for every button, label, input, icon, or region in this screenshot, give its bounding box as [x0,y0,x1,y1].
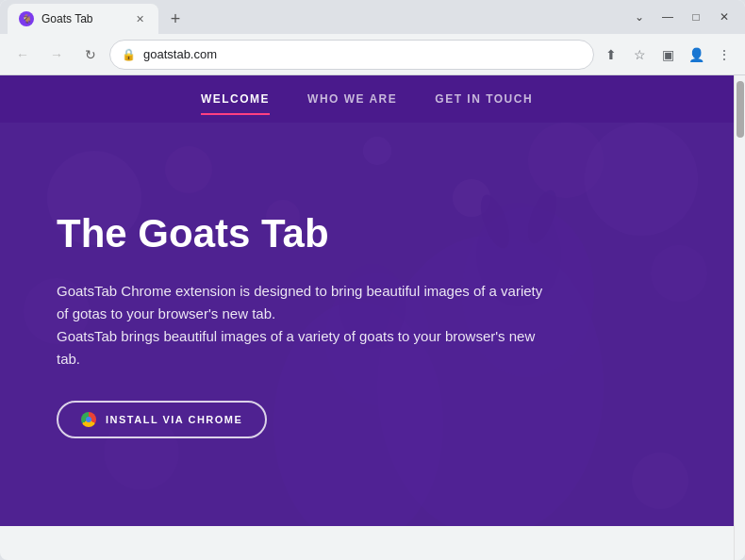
tab-close-button[interactable]: ✕ [132,11,147,26]
address-bar[interactable]: 🔒 goatstab.com [109,40,594,70]
toolbar: ← → ↻ 🔒 goatstab.com ⬆ ☆ ▣ 👤 ⋮ [0,34,745,75]
window-controls: ⌄ — □ ✕ [626,4,737,30]
chrome-icon [81,412,96,427]
hero-section: The Goats Tab GoatsTab Chrome extension … [0,123,734,526]
tab-title: Goats Tab [41,12,124,25]
hero-title: The Goats Tab [57,210,547,257]
nav-item-get-in-touch[interactable]: GET IN TOUCH [435,85,533,113]
minimize-button[interactable]: — [654,4,681,30]
forward-button[interactable]: → [41,40,72,70]
url-text: goatstab.com [143,47,582,61]
site-navigation: WELCOME WHO WE ARE GET IN TOUCH [0,75,734,123]
extension-button[interactable]: ▣ [654,41,681,68]
menu-button[interactable]: ⋮ [711,41,737,68]
title-bar: Goats Tab ✕ + ⌄ — □ ✕ [0,0,745,34]
toolbar-actions: ⬆ ☆ ▣ 👤 ⋮ [598,41,737,68]
webpage: WELCOME WHO WE ARE GET IN TOUCH [0,75,745,560]
refresh-button[interactable]: ↻ [75,40,106,70]
lock-icon: 🔒 [122,48,136,61]
new-tab-button[interactable]: + [162,6,189,32]
share-button[interactable]: ⬆ [598,41,624,68]
nav-item-who-we-are[interactable]: WHO WE ARE [307,85,397,113]
nav-item-welcome[interactable]: WELCOME [201,85,270,113]
back-button[interactable]: ← [8,40,38,70]
close-button[interactable]: ✕ [711,4,737,30]
bookmark-button[interactable]: ☆ [626,41,653,68]
tab-favicon [19,11,34,26]
chevron-down-button[interactable]: ⌄ [626,4,653,30]
scroll-thumb[interactable] [737,81,744,138]
install-button-label: INSTALL VIA CHROME [106,414,242,425]
hero-text-area: The Goats Tab GoatsTab Chrome extension … [0,173,604,476]
tab-strip: Goats Tab ✕ + [8,0,622,34]
webpage-content: WELCOME WHO WE ARE GET IN TOUCH [0,75,734,560]
hero-description: GoatsTab Chrome extension is designed to… [57,280,547,371]
profile-button[interactable]: 👤 [683,41,709,68]
scrollbar[interactable] [734,75,745,560]
active-tab[interactable]: Goats Tab ✕ [8,4,158,34]
maximize-button[interactable]: □ [683,4,709,30]
browser-frame: Goats Tab ✕ + ⌄ — □ ✕ ← → ↻ 🔒 goatstab.c… [0,0,745,560]
install-button[interactable]: INSTALL VIA CHROME [57,401,267,438]
